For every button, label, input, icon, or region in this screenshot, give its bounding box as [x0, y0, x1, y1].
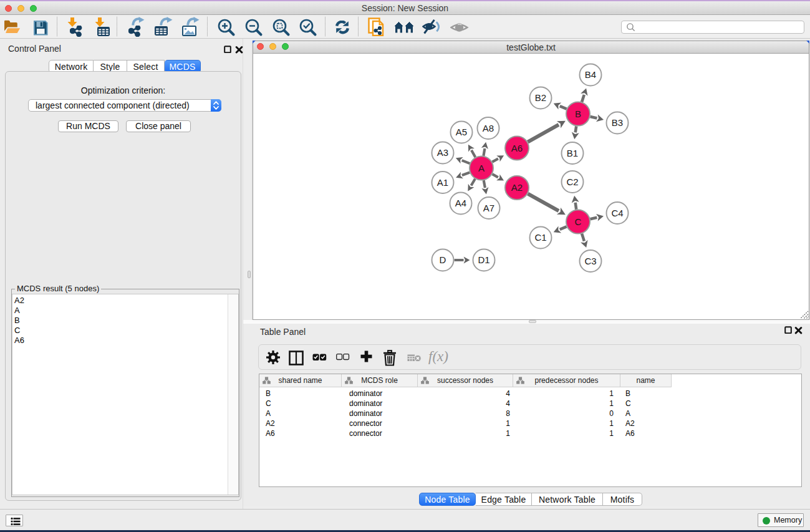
svg-text:A3: A3 — [437, 147, 448, 158]
svg-text:A4: A4 — [455, 198, 466, 208]
svg-text:A7: A7 — [483, 203, 494, 213]
svg-text:A: A — [478, 163, 485, 173]
svg-text:C: C — [575, 216, 582, 227]
svg-text:D: D — [440, 254, 446, 265]
svg-text:A6: A6 — [511, 143, 523, 153]
svg-text:C1: C1 — [534, 232, 546, 243]
svg-text:A5: A5 — [456, 127, 467, 137]
svg-text:A2: A2 — [511, 182, 523, 193]
svg-text:B4: B4 — [585, 69, 596, 80]
svg-text:A8: A8 — [483, 123, 494, 133]
svg-text:C3: C3 — [584, 256, 596, 266]
svg-text:C4: C4 — [611, 208, 623, 218]
svg-text:D1: D1 — [478, 254, 489, 265]
svg-text:B1: B1 — [567, 148, 578, 158]
svg-text:A1: A1 — [437, 177, 448, 188]
svg-text:B3: B3 — [612, 117, 623, 128]
svg-text:C2: C2 — [566, 177, 578, 187]
svg-text:B2: B2 — [535, 92, 546, 103]
svg-text:B: B — [575, 109, 581, 119]
